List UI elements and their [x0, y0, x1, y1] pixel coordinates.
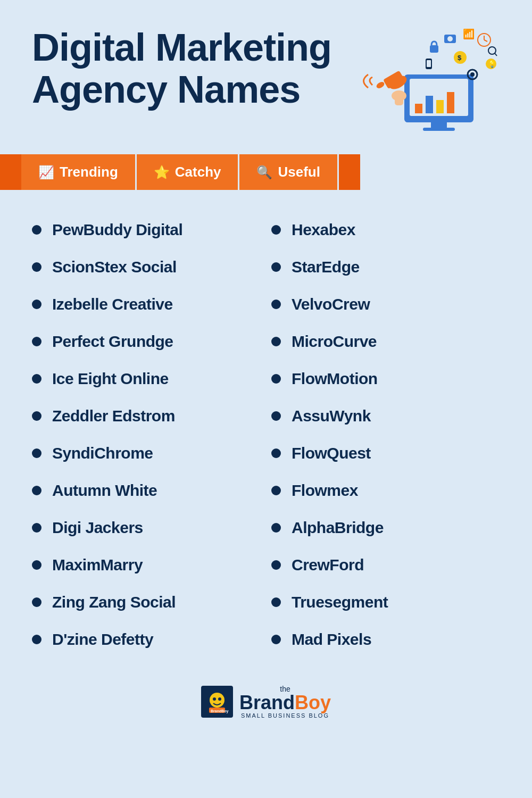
svg-point-14 — [447, 36, 453, 41]
bullet-icon — [32, 374, 41, 384]
bullet-icon — [271, 225, 281, 235]
list-item: AssuWynk — [271, 397, 511, 435]
svg-rect-12 — [395, 96, 403, 105]
tab-catchy[interactable]: ⭐ Catchy — [137, 154, 240, 190]
name-text: FlowMotion — [292, 370, 378, 388]
name-text: AlphaBridge — [292, 519, 384, 537]
bullet-icon — [32, 635, 41, 644]
list-item: FlowQuest — [271, 435, 511, 472]
name-text: Izebelle Creative — [52, 295, 173, 313]
list-item: Truesegment — [271, 584, 511, 621]
list-item: VelvoCrew — [271, 286, 511, 323]
page-wrapper: Digital Marketing Agency Names — [0, 0, 532, 798]
bullet-icon — [271, 486, 281, 495]
name-text: Perfect Grundge — [52, 332, 173, 351]
svg-point-32 — [213, 697, 216, 701]
name-text: CrewFord — [292, 556, 364, 574]
bullet-icon — [32, 300, 41, 309]
name-text: Flowmex — [292, 481, 358, 500]
tab-left-accent — [0, 154, 21, 190]
name-text: Zing Zang Social — [52, 593, 176, 611]
name-text: MicroCurve — [292, 332, 377, 351]
list-item: Digi Jackers — [32, 509, 271, 546]
logo-text-block: the BrandBoy SMALL BUSINESS BLOG — [239, 685, 331, 719]
list-item: Perfect Grundge — [32, 323, 271, 360]
tab-trending-label: Trending — [60, 164, 118, 180]
svg-point-33 — [218, 697, 221, 701]
list-item: D'zine Defetty — [32, 621, 271, 658]
list-item: Izebelle Creative — [32, 286, 271, 323]
bullet-icon — [32, 448, 41, 458]
list-item: PewBuddy Digital — [32, 211, 271, 248]
svg-rect-5 — [426, 96, 433, 113]
bullet-icon — [32, 411, 41, 421]
svg-point-27 — [470, 72, 475, 77]
name-text: MaximMarry — [52, 556, 143, 574]
bullet-icon — [271, 374, 281, 384]
tab-useful-label: Useful — [278, 164, 320, 180]
svg-point-28 — [488, 47, 496, 54]
list-item: FlowMotion — [271, 360, 511, 397]
logo-brand: BrandBoy — [239, 693, 331, 712]
tab-trending[interactable]: 📈 Trending — [21, 154, 137, 190]
bullet-icon — [271, 448, 281, 458]
tab-bar: 📈 Trending ⭐ Catchy 🔍 Useful — [0, 154, 532, 190]
list-item: Mad Pixels — [271, 621, 511, 658]
svg-rect-3 — [423, 128, 455, 131]
list-item: MaximMarry — [32, 546, 271, 584]
logo-sub: SMALL BUSINESS BLOG — [239, 712, 331, 719]
title-block: Digital Marketing Agency Names — [32, 27, 351, 111]
list-item: CrewFord — [271, 546, 511, 584]
bullet-icon — [32, 337, 41, 346]
list-item: MicroCurve — [271, 323, 511, 360]
list-item: Flowmex — [271, 472, 511, 509]
name-text: VelvoCrew — [292, 295, 370, 313]
bullet-icon — [32, 523, 41, 533]
bullet-icon — [271, 411, 281, 421]
name-text: PewBuddy Digital — [52, 221, 182, 239]
bullet-icon — [32, 597, 41, 607]
list-item: AlphaBridge — [271, 509, 511, 546]
list-item: Ice Eight Online — [32, 360, 271, 397]
logo-icon: BrandBoy — [201, 686, 233, 718]
catchy-icon: ⭐ — [154, 165, 170, 180]
bullet-icon — [271, 560, 281, 570]
list-item: SyndiChrome — [32, 435, 271, 472]
left-column: PewBuddy Digital ScionStex Social Izebel… — [32, 211, 271, 658]
trending-icon: 📈 — [38, 165, 54, 180]
name-text: ScionStex Social — [52, 258, 177, 276]
name-text: Zeddler Edstrom — [52, 407, 175, 425]
useful-icon: 🔍 — [256, 165, 272, 180]
right-column: Hexabex StarEdge VelvoCrew MicroCurve Fl… — [271, 211, 511, 658]
header-section: Digital Marketing Agency Names — [0, 0, 532, 149]
svg-rect-25 — [427, 60, 431, 67]
list-item: StarEdge — [271, 248, 511, 286]
name-text: Autumn White — [52, 481, 157, 500]
header-illustration: 📶 $ 💡 — [351, 21, 500, 138]
name-text: AssuWynk — [292, 407, 371, 425]
name-text: SyndiChrome — [52, 444, 153, 462]
svg-text:$: $ — [458, 54, 462, 62]
bullet-icon — [271, 597, 281, 607]
svg-point-10 — [376, 81, 386, 90]
svg-line-18 — [484, 40, 487, 41]
bullet-icon — [271, 262, 281, 272]
name-text: Mad Pixels — [292, 630, 371, 649]
tab-useful[interactable]: 🔍 Useful — [239, 154, 338, 190]
page-title: Digital Marketing Agency Names — [32, 27, 351, 111]
tab-catchy-label: Catchy — [175, 164, 221, 180]
name-text: StarEdge — [292, 258, 360, 276]
bullet-icon — [32, 262, 41, 272]
bullet-icon — [32, 486, 41, 495]
name-text: Truesegment — [292, 593, 388, 611]
footer-logo: BrandBoy the BrandBoy SMALL BUSINESS BLO… — [0, 669, 532, 740]
list-item: Hexabex — [271, 211, 511, 248]
bullet-icon — [32, 225, 41, 235]
svg-line-29 — [495, 53, 497, 56]
names-section: PewBuddy Digital ScionStex Social Izebel… — [0, 190, 532, 669]
list-item: ScionStex Social — [32, 248, 271, 286]
name-text: Digi Jackers — [52, 519, 143, 537]
svg-rect-7 — [447, 92, 454, 113]
bullet-icon — [271, 337, 281, 346]
svg-rect-4 — [415, 104, 422, 113]
